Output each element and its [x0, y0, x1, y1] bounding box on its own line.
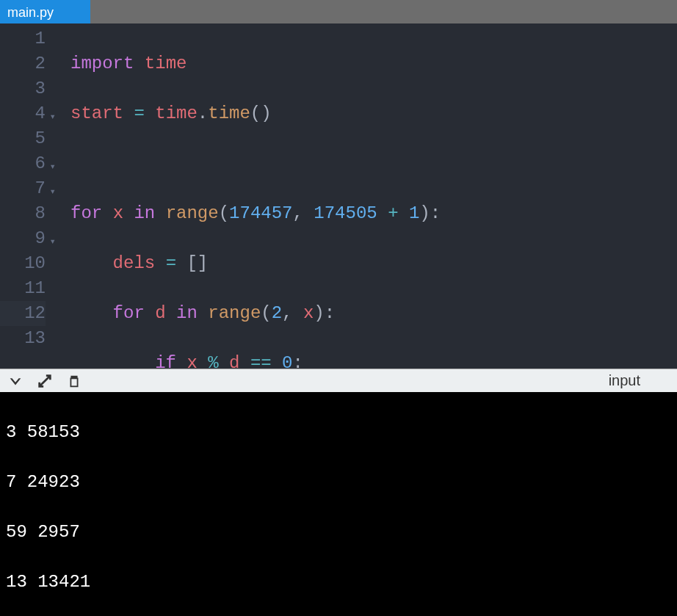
- line-number: 9: [35, 228, 46, 248]
- chevron-down-icon[interactable]: [7, 373, 23, 389]
- input-label: input: [609, 372, 670, 389]
- line-number: 1: [35, 29, 46, 48]
- line-number: 11: [24, 278, 46, 298]
- line-number: 6: [35, 153, 46, 173]
- line-number: 12: [24, 303, 46, 323]
- line-number-gutter: 1 2 3 4▾ 5 6▾ 7▾ 8 9▾ 10 11 12 13: [0, 23, 53, 369]
- line-number: 13: [24, 328, 46, 348]
- code-editor[interactable]: 1 2 3 4▾ 5 6▾ 7▾ 8 9▾ 10 11 12 13 import…: [0, 23, 677, 369]
- line-number: 5: [35, 128, 46, 148]
- code-area[interactable]: import time start = time.time() for x in…: [53, 23, 677, 369]
- fold-icon[interactable]: ▾: [50, 104, 56, 129]
- line-number: 8: [35, 203, 46, 223]
- clipboard-icon[interactable]: [66, 373, 82, 389]
- line-number: 4: [35, 104, 46, 123]
- console-line: 59 2957: [6, 520, 671, 545]
- console-line: 13 13421: [6, 570, 671, 595]
- console-line: 3 58153: [6, 420, 671, 445]
- fold-icon[interactable]: ▾: [50, 154, 56, 179]
- tab-main-py[interactable]: main.py: [0, 0, 90, 23]
- console-output[interactable]: 3 58153 7 24923 59 2957 13 13421 149 117…: [0, 392, 677, 616]
- tab-label: main.py: [7, 5, 54, 21]
- expand-icon[interactable]: [37, 373, 53, 389]
- console-line: 7 24923: [6, 470, 671, 495]
- tab-bar: main.py: [0, 0, 677, 23]
- line-number: 2: [35, 54, 46, 73]
- console-toolbar: input: [0, 369, 677, 392]
- line-number: 10: [24, 253, 46, 273]
- line-number: 3: [35, 79, 46, 98]
- fold-icon[interactable]: ▾: [50, 179, 56, 204]
- fold-icon[interactable]: ▾: [50, 229, 56, 254]
- line-number: 7: [35, 178, 46, 198]
